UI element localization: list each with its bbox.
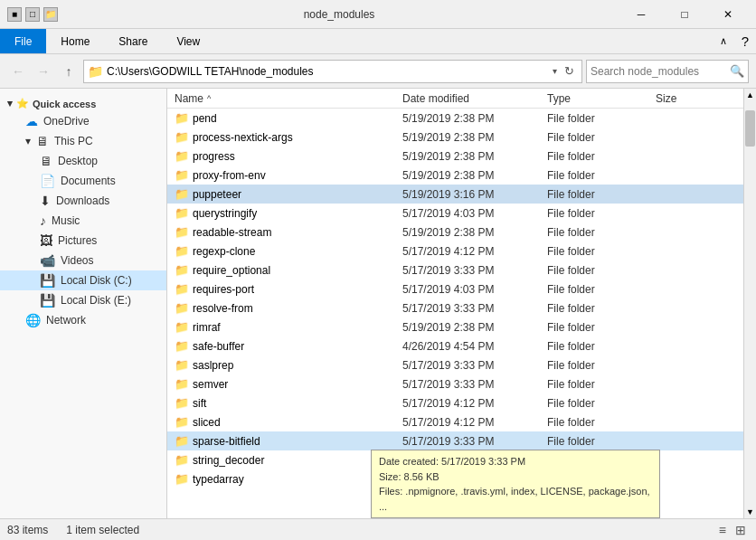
file-cell-name: 📁resolve-from [167,301,402,315]
address-refresh-btn[interactable]: ↻ [561,64,578,78]
table-row[interactable]: 📁rimraf 5/19/2019 2:38 PM File folder [167,317,743,336]
table-row[interactable]: 📁saslprep 5/17/2019 3:33 PM File folder [167,355,743,374]
table-row[interactable]: 📁progress 5/19/2019 2:38 PM File folder [167,147,743,166]
table-row[interactable]: 📁proxy-from-env 5/19/2019 2:38 PM File f… [167,166,743,185]
sidebar: ▾ ⭐ Quick access ☁ OneDrive ▾ 🖥 This PC … [0,89,167,518]
forward-button[interactable]: → [33,61,54,82]
search-input[interactable] [591,65,730,78]
status-view-controls[interactable]: ≡ ⊞ [716,523,749,537]
sidebar-item-music[interactable]: ♪ Music [0,211,166,231]
right-scrollbar[interactable]: ▲ ▼ [743,89,756,518]
table-row[interactable]: 📁readable-stream 5/19/2019 2:38 PM File … [167,223,743,242]
scrollbar-down-btn[interactable]: ▼ [744,506,757,518]
table-row[interactable]: 📁regexp-clone 5/17/2019 4:12 PM File fol… [167,242,743,261]
computer-icon: 🖥 [36,134,49,148]
sidebar-label-music: Music [52,214,159,227]
folder-icon: 📁 [175,206,189,220]
chevron-down-icon: ▾ [7,98,13,109]
search-icon: 🔍 [730,64,744,78]
up-button[interactable]: ↑ [58,61,80,82]
file-cell-name: 📁pend [167,111,402,125]
table-row[interactable]: 📁sift 5/17/2019 4:12 PM File folder [167,393,743,412]
app-icon: ■ [7,7,22,22]
address-bar-input-wrap[interactable]: 📁 ▾ ↻ [83,60,582,83]
address-dropdown-btn[interactable]: ▾ [549,66,561,76]
address-input[interactable] [107,65,549,78]
folder-icon: 📁 [175,301,189,315]
file-cell-name: 📁requires-port [167,282,402,296]
downloads-icon: ⬇ [40,194,51,208]
title-bar: ■ □ 📁 node_modules ─ □ ✕ [0,0,756,29]
scrollbar-thumb[interactable] [745,110,755,147]
folder-icon: 📁 [175,130,189,144]
tooltip-line3: Files: .npmignore, .travis.yml, index, L… [379,484,652,514]
search-wrap[interactable]: 🔍 [586,60,749,83]
table-row[interactable]: 📁sliced 5/17/2019 4:12 PM File folder [167,412,743,431]
folder-icon: 📁 [175,358,189,372]
file-cell-name: 📁sift [167,396,402,410]
cloud-icon: ☁ [25,114,38,128]
table-row[interactable]: 📁semver 5/17/2019 3:33 PM File folder [167,374,743,393]
view-tiles-btn[interactable]: ⊞ [732,523,749,537]
sidebar-label-this-pc: This PC [54,135,159,147]
close-button[interactable]: ✕ [707,1,749,28]
col-header-date[interactable]: Date modified [402,92,547,105]
file-cell-name: 📁semver [167,377,402,391]
table-row[interactable]: 📁requires-port 5/17/2019 4:03 PM File fo… [167,279,743,298]
tab-file[interactable]: File [0,29,46,53]
file-cell-name: 📁require_optional [167,263,402,277]
sidebar-item-onedrive[interactable]: ☁ OneDrive [0,111,166,131]
minimize-button[interactable]: ─ [620,1,662,28]
col-header-size[interactable]: Size [656,92,728,105]
help-btn[interactable]: ? [734,29,756,53]
sidebar-item-downloads[interactable]: ⬇ Downloads [0,191,166,211]
address-bar: ← → ↑ 📁 ▾ ↻ 🔍 [0,54,756,89]
table-row[interactable]: 📁process-nextick-args 5/19/2019 2:38 PM … [167,128,743,147]
table-row[interactable]: 📁querystringify 5/17/2019 4:03 PM File f… [167,204,743,223]
folder-icon: 📁 [175,282,189,296]
maximize-button[interactable]: □ [664,1,705,28]
file-cell-name: 📁saslprep [167,358,402,372]
title-bar-icons: ■ □ 📁 [7,7,58,22]
sidebar-item-local-disk-e[interactable]: 💾 Local Disk (E:) [0,290,166,310]
sidebar-item-network[interactable]: 🌐 Network [0,310,166,330]
folder-icon: 📁 [175,168,189,182]
address-folder-icon: 📁 [88,64,103,79]
folder-icon: 📁 [175,149,189,163]
folder-icon: 📁 [175,187,189,201]
back-button[interactable]: ← [7,61,29,82]
sidebar-label-quick-access: Quick access [33,99,96,109]
col-header-name[interactable]: Name ^ [167,92,402,105]
sidebar-item-pictures[interactable]: 🖼 Pictures [0,231,166,251]
folder-icon: 📁 [175,225,189,239]
disk-e-icon: 💾 [40,293,55,308]
music-icon: ♪ [40,213,46,228]
window-title: node_modules [58,8,620,21]
folder-icon: 📁 [175,396,189,410]
sidebar-item-quick-access[interactable]: ▾ ⭐ Quick access [0,92,166,111]
tab-view[interactable]: View [162,29,214,53]
table-row[interactable]: 📁sparse-bitfield 5/17/2019 3:33 PM File … [167,431,743,450]
view-details-btn[interactable]: ≡ [716,523,729,537]
sidebar-item-videos[interactable]: 📹 Videos [0,251,166,270]
table-row[interactable]: 📁require_optional 5/17/2019 3:33 PM File… [167,261,743,279]
table-row[interactable]: 📁pend 5/19/2019 2:38 PM File folder [167,109,743,128]
table-row[interactable]: 📁resolve-from 5/17/2019 3:33 PM File fol… [167,298,743,317]
sidebar-label-videos: Videos [61,254,159,267]
sidebar-item-documents[interactable]: 📄 Documents [0,171,166,191]
table-row[interactable]: 📁safe-buffer 4/26/2019 4:54 PM File fold… [167,336,743,355]
sidebar-item-local-disk-c[interactable]: 💾 Local Disk (C:) [0,270,166,290]
sidebar-item-this-pc[interactable]: ▾ 🖥 This PC [0,131,166,151]
scrollbar-track [744,101,756,506]
scrollbar-up-btn[interactable]: ▲ [744,89,757,101]
folder-icon: 📁 [175,472,189,486]
tab-home[interactable]: Home [46,29,104,53]
sidebar-item-desktop[interactable]: 🖥 Desktop [0,151,166,171]
col-header-type[interactable]: Type [547,92,656,105]
table-row[interactable]: 📁puppeteer 5/19/2019 3:16 PM File folder [167,185,743,204]
tab-share[interactable]: Share [104,29,162,53]
ribbon-tabs: File Home Share View ∧ ? [0,29,756,54]
network-icon: 🌐 [25,313,41,327]
ribbon-expand-btn[interactable]: ∧ [713,29,734,53]
window-controls[interactable]: ─ □ ✕ [620,1,749,28]
